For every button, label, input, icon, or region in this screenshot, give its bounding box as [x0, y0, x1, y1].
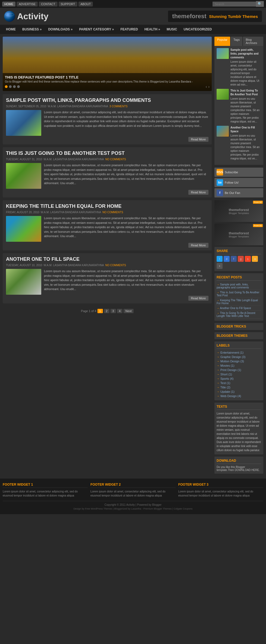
subscribe-rss[interactable]: RSS Subscribe — [214, 168, 263, 177]
share-delicious[interactable]: d — [224, 256, 230, 262]
label-entertainment[interactable]: Entertainment (1) — [217, 350, 261, 355]
share-stumble[interactable]: s — [245, 256, 251, 262]
nav-music[interactable]: MUSIC — [163, 25, 180, 34]
nav-downloads[interactable]: DOWNLOADS — [45, 25, 76, 34]
topnav-support[interactable]: SUPPORT — [59, 2, 77, 7]
nav-featured[interactable]: FEATURED — [117, 25, 141, 34]
blogger-tricks-header[interactable]: BLOGGER TRICKS — [214, 323, 263, 330]
post-4-read-more-link[interactable]: Read More — [188, 296, 208, 301]
post-3-meta: FRIDAY, AUGUST 20, 2010 W.A.M. LASANTHA … — [6, 211, 208, 214]
download-text: Do you like this Blogger template.Then D… — [217, 466, 261, 472]
post-1-author: W.A.M. LASANTHA BANDARA KARUNARATHNA — [48, 105, 108, 108]
post-1-thumb — [6, 110, 41, 136]
follow-twitter[interactable]: tw Follow Us! — [214, 178, 263, 187]
label-print-design[interactable]: Print Design (1) — [217, 368, 261, 372]
blogger-themes-header[interactable]: BLOGGER THEMES — [214, 332, 263, 339]
post-3-title[interactable]: KEEPING THE TITLE LENGTH EQUAL FOR HOME — [6, 203, 208, 209]
search-input[interactable] — [213, 2, 256, 7]
sp-thumb-2 — [217, 89, 229, 100]
nav-uncategorized[interactable]: UNCATEGORIZED — [180, 25, 215, 34]
recent-post-1[interactable]: Sample post with, links, paragraphs and … — [217, 282, 261, 290]
recent-post-3[interactable]: Keeping The Title Length Equal For Home — [217, 298, 261, 306]
copyright-text: Copyright © 2011 Activity | Powered by B… — [104, 503, 162, 506]
post-2-meta: TUESDAY, AUGUST 31, 2010 W.A.M. LASANTHA… — [6, 158, 208, 161]
recent-post-2[interactable]: This is Just Going To Be Another Test Po… — [217, 290, 261, 298]
page-next[interactable]: Next — [123, 309, 134, 313]
slider-dot-4[interactable] — [17, 85, 20, 88]
post-3: KEEPING THE TITLE LENGTH EQUAL FOR HOME … — [3, 200, 212, 250]
share-facebook[interactable]: f — [231, 256, 237, 262]
featured-image: THIS IS DEFAULT FEATURED POST 1 TITLE Go… — [3, 37, 212, 91]
topnav-home[interactable]: HOME — [2, 2, 15, 7]
footer-widget-3-text: Lorem ipsum dolor sit amet, consectetur … — [178, 489, 263, 498]
featured-overlay: THIS IS DEFAULT FEATURED POST 1 TITLE Go… — [3, 73, 212, 91]
tab-archives[interactable]: Blog Archives — [243, 37, 263, 46]
topnav-contact[interactable]: CONTACT — [39, 2, 57, 7]
post-1-read-more-link[interactable]: Read More — [188, 137, 208, 142]
post-2-title[interactable]: THIS IS JUST GOING TO BE ANOTHER TEST PO… — [6, 150, 208, 156]
search-button[interactable]: 🔍 — [256, 1, 264, 7]
post-4-read-more: Read More — [6, 296, 208, 300]
nav-parent-category[interactable]: PARENT CATEGORY — [76, 25, 117, 34]
share-title: SHARE — [217, 249, 261, 254]
page-4[interactable]: 4 — [117, 309, 122, 313]
nav-business[interactable]: BUSINESS — [19, 25, 45, 34]
label-web-design[interactable]: Web Design (4) — [217, 394, 261, 398]
share-section: SHARE t d f g s ★ + — [214, 247, 263, 271]
recent-post-5[interactable]: This Is Going To Be A Decent Length Titl… — [217, 311, 261, 319]
label-graphic-design[interactable]: Graphic Design (3) — [217, 355, 261, 359]
logo-text: Activity — [17, 11, 49, 21]
slider-next[interactable]: › — [208, 84, 210, 89]
tab-popular[interactable]: Popular — [214, 37, 230, 46]
ad-badge-1: From $2 — [253, 201, 263, 204]
header-ad[interactable]: themeforest Stunning Tumblr Themes — [168, 11, 262, 22]
recent-post-4[interactable]: Another One to Fill Space — [217, 306, 261, 311]
nav-home[interactable]: HOME — [3, 25, 19, 34]
post-3-read-more-link[interactable]: Read More — [188, 243, 208, 248]
page-1[interactable]: 1 — [97, 309, 103, 313]
share-twitter[interactable]: t — [217, 256, 223, 262]
share-plus[interactable]: + — [217, 263, 223, 269]
post-4-comments[interactable]: NO COMMENTS — [105, 264, 126, 267]
post-1-body: Lorem ipsum dolor sit amet, consectetur … — [6, 110, 208, 136]
facebook-fan[interactable]: f Be Our Fan — [214, 188, 263, 197]
tab-tags[interactable]: Tags — [231, 37, 242, 46]
post-2-read-more-link[interactable]: Read More — [188, 190, 208, 195]
page-2[interactable]: 2 — [104, 309, 109, 313]
slider-prev[interactable]: ‹ — [206, 84, 207, 89]
slider-dot-1[interactable] — [5, 85, 8, 88]
share-fav[interactable]: ★ — [252, 256, 258, 262]
sp-title-1[interactable]: Sample post with, links, paragraphs and … — [230, 48, 261, 59]
sidebar-ad-2[interactable]: themeforest Blogger Templates From $2 — [214, 224, 263, 245]
sp-text-3: Another One to Fill Space Lorem ipsum eu… — [230, 126, 261, 161]
page-3[interactable]: 3 — [110, 309, 116, 313]
label-motion-design[interactable]: Motion Design (3) — [217, 359, 261, 363]
topnav-advertise[interactable]: ADVERTISE — [17, 2, 38, 7]
footer-copyright: Copyright © 2011 Activity | Powered by B… — [3, 501, 263, 506]
footer-widget-3-title: FOOTER WIDGET 3 — [178, 483, 263, 488]
label-movies[interactable]: Movies (1) — [217, 363, 261, 368]
texts-title: TEXTS — [217, 405, 261, 410]
sidebar-ad-1[interactable]: themeforest Blogger Templates From $2 — [214, 200, 263, 222]
footer-widget-1-text: Lorem ipsum dolor sit amet, consectetur … — [3, 489, 88, 498]
post-1-comments[interactable]: 3 COMMENTS — [109, 105, 128, 108]
post-4-title[interactable]: ANOTHER ONE TO FILL SPACE — [6, 256, 208, 262]
post-1-title[interactable]: SAMPLE POST WITH, LINKS, PARAGRAPHS AND … — [6, 98, 208, 103]
post-1-read-more: Read More — [6, 137, 208, 141]
post-3-comments[interactable]: NO COMMENTS — [102, 211, 123, 214]
share-google[interactable]: g — [238, 256, 244, 262]
label-short[interactable]: Short (1) — [217, 372, 261, 376]
sp-title-2[interactable]: This is Just Going To Be Another Test Po… — [230, 89, 261, 96]
label-sports[interactable]: Sports (4) — [217, 376, 261, 381]
topnav-about[interactable]: ABOUT — [78, 2, 93, 7]
label-update[interactable]: Update (1) — [217, 389, 261, 394]
label-title[interactable]: Title (2) — [217, 385, 261, 389]
label-test[interactable]: Test (1) — [217, 381, 261, 385]
nav-health[interactable]: HEALTH — [141, 25, 163, 34]
post-2-comments[interactable]: NO COMMENTS — [105, 158, 126, 161]
slider-dot-2[interactable] — [9, 85, 12, 88]
slider-dot-3[interactable] — [13, 85, 16, 88]
texts-content: Lorem ipsum dolor sit amet, consectetur … — [217, 411, 261, 452]
sp-title-3[interactable]: Another One to Fill Space — [230, 126, 261, 133]
sp-desc-1: Lorem ipsum dolor sit amet, consectetur … — [230, 60, 261, 87]
